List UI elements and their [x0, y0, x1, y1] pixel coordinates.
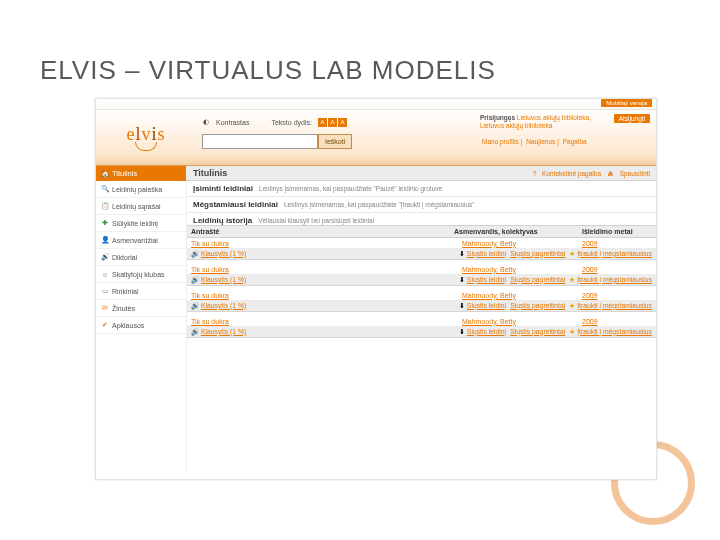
textsize-label: Teksto dydis: — [271, 119, 311, 126]
listen-link[interactable]: Klausytis (1 %) — [201, 250, 246, 257]
table-header: Antraštė Asmenvardis, kolektyvas Išleidi… — [187, 225, 656, 238]
sidebar-item[interactable]: 🔍Leidinių paieška — [96, 181, 186, 198]
sidebar-item[interactable]: ✔Apklausos — [96, 317, 186, 334]
top-strip: Mobiliaji versija — [96, 99, 656, 110]
author-link[interactable]: Mahmoody, Betty — [462, 292, 516, 299]
year-link[interactable]: 2009 — [582, 292, 598, 299]
login-status: Prisijungęs — [480, 114, 515, 121]
download-fast-link[interactable]: Siųstis pagreitintai — [510, 328, 565, 335]
sidebar-home[interactable]: 🏠Titulinis — [96, 166, 186, 181]
text-size-controls[interactable]: A A A — [318, 118, 347, 127]
sidebar-item[interactable]: 👤Asmenvardžiai — [96, 232, 186, 249]
table-row: Tik su dukraMahmoody, Betty2009 — [187, 238, 656, 248]
help-link[interactable]: Pagalba — [563, 138, 587, 145]
site-header: elvis ◐ Kontrastas Teksto dydis: A A A — [96, 110, 656, 166]
listen-link[interactable]: Klausytis (1 %) — [201, 302, 246, 309]
sidebar-icon: 🔍 — [101, 185, 109, 193]
author-link[interactable]: Mahmoody, Betty — [462, 318, 516, 325]
section-history: Leidinių istorija — [193, 216, 252, 225]
sidebar-icon: 🔊 — [101, 253, 109, 261]
section-saved: Įsiminti leidiniai — [193, 184, 253, 193]
sidebar-item[interactable]: 📋Leidinių sąrašai — [96, 198, 186, 215]
size-a1[interactable]: A — [318, 118, 327, 127]
download-link[interactable]: Siųstis leidinį — [467, 250, 506, 257]
download-fast-link[interactable]: Siųstis pagreitintai — [510, 276, 565, 283]
news-link[interactable]: Naujienos — [526, 138, 555, 145]
table-actions-row: 🔊 Klausytis (1 %)⬇ Siųstis leidinįSiųsti… — [187, 274, 656, 286]
sidebar-icon: ✚ — [101, 219, 109, 227]
print-link[interactable]: 🖶 Spausdinti — [607, 170, 650, 177]
listen-link[interactable]: Klausytis (1 %) — [201, 328, 246, 335]
fav-link[interactable]: Įtraukti į mėgstamiausius — [577, 250, 652, 257]
context-help-link[interactable]: ? Kontekstinė pagalba — [533, 170, 601, 177]
download-link[interactable]: Siųstis leidinį — [467, 302, 506, 309]
download-fast-link[interactable]: Siųstis pagreitintai — [510, 250, 565, 257]
fav-link[interactable]: Įtraukti į mėgstamiausius — [577, 328, 652, 335]
download-link[interactable]: Siųstis leidinį — [467, 276, 506, 283]
main-content: Titulinis ? Kontekstinė pagalba 🖶 Spausd… — [187, 166, 656, 471]
title-link[interactable]: Tik su dukra — [191, 240, 229, 247]
sidebar-icon: ▭ — [101, 287, 109, 295]
sidebar-item[interactable]: ✉Žinutės — [96, 300, 186, 317]
home-icon: 🏠 — [101, 170, 109, 178]
size-a3[interactable]: A — [338, 118, 347, 127]
sidebar-icon: 📋 — [101, 202, 109, 210]
sidebar: 🏠Titulinis 🔍Leidinių paieška📋Leidinių są… — [96, 166, 187, 471]
search-input[interactable] — [202, 134, 318, 149]
sidebar-icon: 👤 — [101, 236, 109, 244]
sidebar-item[interactable]: ▭Rinkiniai — [96, 283, 186, 300]
sidebar-item[interactable]: ✚Siūlykite leidinį — [96, 215, 186, 232]
table-row: Tik su dukraMahmoody, Betty2009 — [187, 290, 656, 300]
size-a2[interactable]: A — [328, 118, 337, 127]
logo[interactable]: elvis — [96, 110, 196, 165]
sidebar-icon: ✔ — [101, 321, 109, 329]
title-link[interactable]: Tik su dukra — [191, 292, 229, 299]
year-link[interactable]: 2009 — [582, 318, 598, 325]
fav-link[interactable]: Įtraukti į mėgstamiausius — [577, 276, 652, 283]
slide-title: ELVIS – VIRTUALUS LAB MODELIS — [40, 55, 496, 86]
contrast-icon[interactable]: ◐ — [202, 118, 210, 126]
title-link[interactable]: Tik su dukra — [191, 318, 229, 325]
table-actions-row: 🔊 Klausytis (1 %)⬇ Siųstis leidinįSiųsti… — [187, 300, 656, 312]
sidebar-icon: ✉ — [101, 304, 109, 312]
screenshot-window: Mobiliaji versija elvis ◐ Kontrastas Tek… — [95, 98, 657, 480]
contrast-label: Kontrastas — [216, 119, 249, 126]
year-link[interactable]: 2009 — [582, 266, 598, 273]
fav-link[interactable]: Įtraukti į mėgstamiausius — [577, 302, 652, 309]
profile-link[interactable]: Mano profilis — [482, 138, 519, 145]
section-fav: Mėgstamiausi leidiniai — [193, 200, 278, 209]
table-actions-row: 🔊 Klausytis (1 %)⬇ Siųstis leidinįSiųsti… — [187, 326, 656, 338]
author-link[interactable]: Mahmoody, Betty — [462, 240, 516, 247]
table-actions-row: 🔊 Klausytis (1 %)⬇ Siųstis leidinįSiųsti… — [187, 248, 656, 260]
sidebar-item[interactable]: 🔊Diktoriai — [96, 249, 186, 266]
download-link[interactable]: Siųstis leidinį — [467, 328, 506, 335]
table-row: Tik su dukraMahmoody, Betty2009 — [187, 264, 656, 274]
year-link[interactable]: 2009 — [582, 240, 598, 247]
title-link[interactable]: Tik su dukra — [191, 266, 229, 273]
listen-link[interactable]: Klausytis (1 %) — [201, 276, 246, 283]
logout-button[interactable]: Atsijungti — [614, 114, 650, 123]
download-fast-link[interactable]: Siųstis pagreitintai — [510, 302, 565, 309]
author-link[interactable]: Mahmoody, Betty — [462, 266, 516, 273]
search-button[interactable]: Ieškoti — [318, 134, 352, 149]
sidebar-item[interactable]: ☺Skaitytojų klubas — [96, 266, 186, 283]
mobile-version-link[interactable]: Mobiliaji versija — [601, 99, 652, 107]
sidebar-icon: ☺ — [101, 270, 109, 278]
table-row: Tik su dukraMahmoody, Betty2009 — [187, 316, 656, 326]
page-title: Titulinis — [193, 168, 529, 178]
